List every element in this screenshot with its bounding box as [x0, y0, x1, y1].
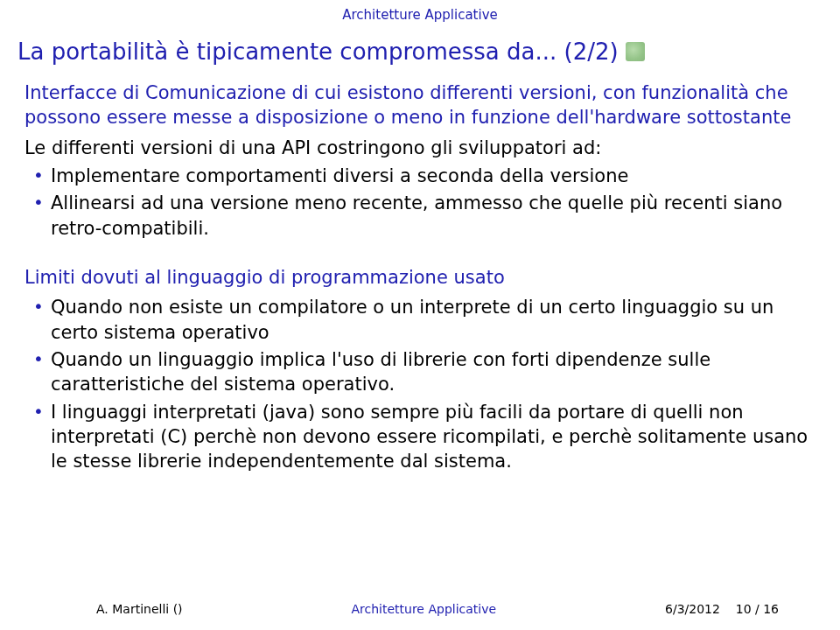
footer: A. Martinelli () Architetture Applicativ…	[0, 602, 840, 616]
title-row: La portabilità è tipicamente compromessa…	[0, 23, 840, 72]
block2-heading: Limiti dovuti al linguaggio di programma…	[24, 265, 816, 290]
footer-author: A. Martinelli ()	[96, 602, 183, 616]
content-area: Interfacce di Comunicazione di cui esist…	[0, 72, 840, 474]
list-item: Quando un linguaggio implica l'uso di li…	[51, 347, 816, 397]
list-item: Implementare comportamenti diversi a sec…	[51, 164, 816, 188]
list-item: Allinearsi ad una versione meno recente,…	[51, 191, 816, 241]
block1-intro: Le differenti versioni di una API costri…	[24, 136, 816, 160]
footer-page: 10 / 16	[736, 602, 779, 616]
footer-center: Architetture Applicative	[351, 602, 496, 616]
list-item: I linguaggi interpretati (java) sono sem…	[51, 400, 816, 474]
section-label: Architetture Applicative	[0, 0, 840, 23]
block1-heading: Interfacce di Comunicazione di cui esist…	[24, 80, 816, 130]
block2-list: Quando non esiste un compilatore o un in…	[24, 295, 816, 473]
footer-date: 6/3/2012	[665, 602, 720, 616]
block1-list: Implementare comportamenti diversi a sec…	[24, 164, 816, 241]
logo-icon	[626, 42, 645, 61]
slide-title: La portabilità è tipicamente compromessa…	[18, 38, 619, 65]
footer-right: 6/3/2012 10 / 16	[665, 602, 779, 616]
list-item: Quando non esiste un compilatore o un in…	[51, 295, 816, 345]
